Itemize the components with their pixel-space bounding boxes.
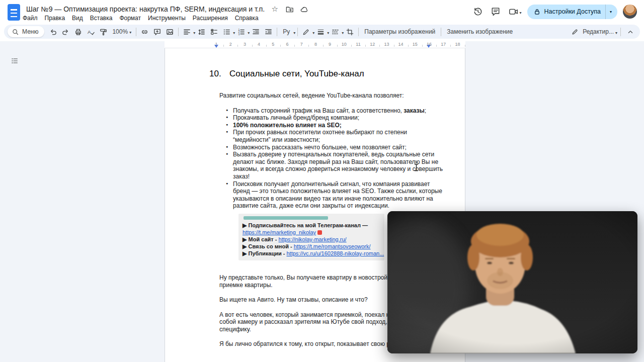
print-button[interactable] <box>72 26 85 38</box>
border-weight-button[interactable] <box>314 26 329 38</box>
document-outline-button[interactable] <box>10 56 19 65</box>
ruler-tick <box>422 45 423 47</box>
pencil-icon <box>569 26 581 38</box>
doc-link[interactable]: https://vc.ru/u/1602888-nikolay-roman... <box>287 250 384 256</box>
border-weight-icon <box>314 26 327 38</box>
text-span: ▶ Связь со мной - <box>243 243 294 249</box>
text-line: ▶ Связь со мной - https://t.me/romantsov… <box>243 243 380 250</box>
comments-icon[interactable] <box>490 6 502 18</box>
decrease-indent-button[interactable] <box>250 26 262 38</box>
ruler-tick <box>308 45 309 47</box>
border-color-button[interactable] <box>300 26 314 38</box>
zoom-select[interactable]: 100% <box>110 28 134 35</box>
docs-logo-icon[interactable] <box>8 4 20 21</box>
text-span: приемке квартиры. <box>219 282 273 289</box>
text-span: Возможность рассказать нечто большее, че… <box>233 144 407 151</box>
move-folder-icon[interactable] <box>285 5 294 14</box>
ruler-number: 3 <box>244 42 246 47</box>
share-button[interactable]: Настройки Доступа <box>527 5 617 19</box>
add-comment-button[interactable] <box>151 26 164 38</box>
ruler-tick <box>280 45 281 47</box>
ruler-number: 2 <box>229 42 232 47</box>
webcam-video-overlay[interactable] <box>387 211 637 353</box>
undo-button[interactable] <box>47 26 59 38</box>
ruler-number: 7 <box>300 42 303 47</box>
zoom-value: 100% <box>112 28 128 35</box>
redo-button[interactable] <box>59 26 72 38</box>
paint-format-button[interactable] <box>97 26 110 38</box>
style-button[interactable]: Ру <box>279 27 295 36</box>
text-line: “медийности” или известности; <box>233 136 428 144</box>
text-span: Вы ищете на Авито. Ну там отзывы, описан… <box>219 296 368 303</box>
text-line: ▶ Подписывайтесь на мой Телеграм-канал — <box>243 222 380 229</box>
presenter-video <box>387 211 637 353</box>
text-span: знакомы, и всегда сложно довериться незн… <box>233 165 443 172</box>
menu-item[interactable]: Вставка <box>87 14 116 23</box>
doc-paragraph: Развитие социальных сетей, ведение YouTu… <box>219 92 428 100</box>
text-line: знакомы, и всегда сложно довериться незн… <box>233 165 428 173</box>
numbered-list-button[interactable]: 123 <box>235 26 250 38</box>
text-span: ▶ Мой сайт - <box>243 236 279 242</box>
document-title[interactable]: Шаг №9 — Оптимизация проекта: накрутка П… <box>26 5 265 13</box>
bullet-item: ●Поисковик получает дополнительный сигна… <box>219 180 428 210</box>
doc-link[interactable]: https://nikolay-marketing.ru/ <box>279 236 347 242</box>
align-button[interactable] <box>181 26 195 38</box>
menu-item[interactable]: Справка <box>231 14 262 23</box>
border-dash-button[interactable] <box>329 26 344 38</box>
bullet-dot-icon: ● <box>226 152 228 155</box>
share-button-main[interactable]: Настройки Доступа <box>527 5 605 19</box>
toolbar-divider <box>297 28 298 36</box>
spellcheck-button[interactable]: А <box>85 26 97 38</box>
text-line: Прокачивать личный бренд/бренд компании; <box>233 114 428 122</box>
style-button-label: Ру <box>279 28 293 35</box>
toolbar-divider <box>358 28 359 36</box>
insert-link-button[interactable] <box>138 26 151 38</box>
crop-image-button[interactable] <box>344 26 356 38</box>
checklist-button[interactable] <box>208 26 220 38</box>
editing-mode-button[interactable]: Редактир... <box>569 26 617 38</box>
line-spacing-button[interactable] <box>195 26 208 38</box>
image-options-button[interactable]: Параметры изображений <box>361 28 439 35</box>
search-menus-button[interactable]: Меню <box>8 26 44 37</box>
account-avatar[interactable] <box>623 5 637 19</box>
star-icon[interactable] <box>270 5 279 14</box>
cloud-status-icon[interactable] <box>299 5 308 14</box>
toolbar-divider <box>178 28 179 36</box>
ruler-number: 15 <box>413 42 418 47</box>
menu-item[interactable]: Правка <box>41 14 69 23</box>
replace-image-button[interactable]: Заменить изображение <box>443 28 516 35</box>
ruler-number: 9 <box>329 42 331 47</box>
doc-link[interactable]: https://t.me/marketing_nikolay <box>243 229 316 235</box>
ruler-number: 11 <box>356 42 360 47</box>
bulleted-list-icon <box>220 26 233 38</box>
bullet-item: ●Вызвать доверие у потенциальных покупат… <box>219 151 428 180</box>
menu-item[interactable]: Инструменты <box>144 14 189 23</box>
title-row: Шаг №9 — Оптимизация проекта: накрутка П… <box>26 4 308 14</box>
ruler-tick <box>337 45 338 47</box>
toolbar-right: Редактир... <box>569 26 636 38</box>
text-span: указываются в описании видео так или ина… <box>233 195 433 202</box>
ruler-tick <box>252 45 253 47</box>
menu-item[interactable]: Вид <box>68 14 87 23</box>
embedded-image[interactable]: ▶ Подписывайтесь на мой Телеграм-канал —… <box>238 214 384 260</box>
ruler-tick <box>436 45 437 47</box>
share-button-label: Настройки Доступа <box>544 8 601 15</box>
text-line: ▶ Публикации - https://vc.ru/u/1602888-n… <box>243 250 380 257</box>
increase-indent-button[interactable] <box>262 26 275 38</box>
version-history-icon[interactable] <box>472 6 484 18</box>
ruler-tick <box>351 45 352 47</box>
meet-button[interactable] <box>507 6 522 18</box>
share-dropdown[interactable] <box>605 5 617 19</box>
insert-image-button[interactable] <box>164 26 176 38</box>
text-span: ▶ Подписывайтесь на мой Телеграм-канал — <box>243 222 368 228</box>
text-span: Развитие социальных сетей, ведение YouTu… <box>219 92 404 99</box>
bullet-list: ●Получать сторонний трафик на Ваш сайт, … <box>219 107 428 210</box>
menu-item[interactable]: Формат <box>116 14 144 23</box>
text-span: При прочих равных посетители охотнее выб… <box>233 129 407 136</box>
doc-link[interactable]: https://t.me/romantsovseowork/ <box>294 243 371 249</box>
bulleted-list-button[interactable] <box>220 26 235 38</box>
menu-item[interactable]: Файл <box>19 14 41 23</box>
toolbar: Меню А 100% <box>4 25 640 39</box>
menu-item[interactable]: Расширения <box>189 14 231 23</box>
collapse-toolbar-button[interactable] <box>624 26 636 38</box>
